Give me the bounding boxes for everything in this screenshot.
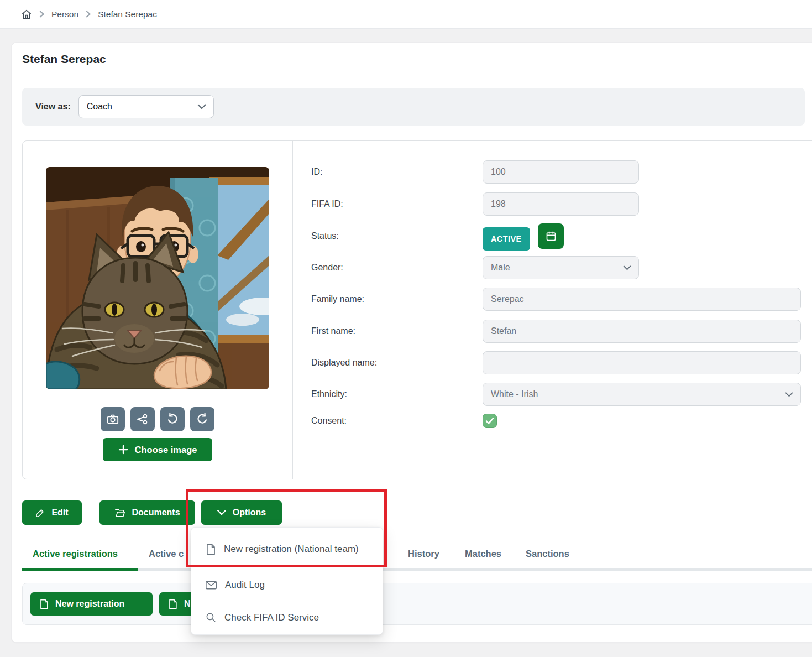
options-menu: New registration (National team) Audit L…	[191, 527, 383, 635]
fifa-id-field[interactable]	[483, 192, 639, 216]
options-button[interactable]: Options	[201, 500, 282, 525]
chevron-down-icon	[623, 265, 631, 270]
first-name-label: First name:	[311, 320, 355, 343]
person-card: Stefan Serepac View as: Coach	[11, 42, 812, 643]
camera-icon	[107, 413, 119, 425]
profile-panel: Choose image ID: FIFA ID: Status: ACTIVE…	[22, 140, 812, 479]
folder-open-icon	[114, 508, 125, 518]
consent-label: Consent:	[311, 414, 347, 428]
status-calendar-button[interactable]	[538, 223, 564, 249]
displayed-name-field[interactable]	[483, 351, 801, 374]
first-name-field[interactable]	[483, 320, 801, 343]
edit-button[interactable]: Edit	[22, 500, 82, 525]
tab-sanctions[interactable]: Sanctions	[526, 549, 569, 559]
gender-label: Gender:	[311, 256, 343, 279]
rotate-right-icon	[196, 413, 208, 425]
rotate-left-icon	[166, 413, 179, 425]
view-as-label: View as:	[35, 102, 71, 112]
file-icon	[206, 544, 216, 555]
view-as-bar: View as: Coach	[22, 88, 805, 126]
registrations-panel: New registration N	[22, 583, 812, 625]
family-name-label: Family name:	[311, 288, 364, 311]
id-label: ID:	[311, 160, 322, 184]
fifa-id-label: FIFA ID:	[311, 192, 343, 216]
divider	[292, 141, 293, 479]
calendar-icon	[546, 231, 557, 242]
status-label: Status:	[311, 225, 339, 248]
pencil-icon	[35, 508, 45, 518]
camera-button[interactable]	[101, 407, 125, 431]
profile-photo	[46, 167, 269, 389]
tab-active-c[interactable]: Active c	[149, 549, 184, 559]
choose-image-button[interactable]: Choose image	[103, 438, 212, 461]
ethnicity-label: Ethnicity:	[311, 383, 347, 406]
family-name-field[interactable]	[483, 288, 801, 311]
chevron-down-icon	[785, 392, 793, 397]
chevron-right-icon	[39, 11, 44, 18]
gender-select[interactable]: Male	[483, 256, 639, 279]
chevron-down-icon	[197, 104, 206, 109]
documents-button[interactable]: Documents	[99, 500, 195, 525]
consent-checkbox[interactable]	[483, 414, 497, 428]
view-as-select[interactable]: Coach	[78, 95, 214, 118]
status-badge: ACTIVE	[483, 227, 530, 251]
check-icon	[485, 416, 494, 425]
menu-item-check-fifa-id[interactable]: Check FIFA ID Service	[191, 599, 383, 635]
tab-history[interactable]: History	[408, 549, 439, 559]
tabs-underline	[22, 568, 812, 571]
page-title: Stefan Serepac	[22, 53, 106, 66]
breadcrumb-current: Stefan Serepac	[98, 9, 157, 19]
page: Person Stefan Serepac Stefan Serepac Vie…	[0, 0, 812, 657]
crop-button[interactable]	[130, 407, 155, 431]
id-field[interactable]	[483, 160, 639, 184]
new-registration-button[interactable]: New registration	[30, 592, 153, 616]
tab-matches[interactable]: Matches	[465, 549, 501, 559]
menu-item-new-registration-national[interactable]: New registration (National team)	[191, 528, 383, 571]
displayed-name-label: Displayed name:	[311, 351, 377, 374]
ethnicity-select[interactable]: White - Irish	[483, 383, 801, 406]
search-icon	[206, 612, 216, 623]
tab-active-registrations[interactable]: Active registrations	[33, 549, 118, 559]
rotate-right-button[interactable]	[190, 407, 214, 431]
breadcrumb-person[interactable]: Person	[51, 9, 78, 19]
man-with-cat-illustration	[46, 167, 269, 389]
file-icon	[168, 599, 177, 609]
home-icon[interactable]	[21, 9, 32, 20]
plus-icon	[118, 445, 128, 455]
envelope-icon	[206, 581, 217, 590]
photo-toolbar	[101, 407, 214, 431]
rotate-left-button[interactable]	[160, 407, 185, 431]
active-tab-indicator	[22, 568, 138, 571]
menu-item-audit-log[interactable]: Audit Log	[191, 571, 383, 599]
scissors-icon	[137, 413, 149, 425]
file-icon	[39, 599, 49, 609]
chevron-right-icon	[86, 11, 91, 18]
view-as-value: Coach	[87, 102, 112, 112]
breadcrumb: Person Stefan Serepac	[0, 0, 812, 29]
chevron-down-icon	[217, 510, 226, 515]
